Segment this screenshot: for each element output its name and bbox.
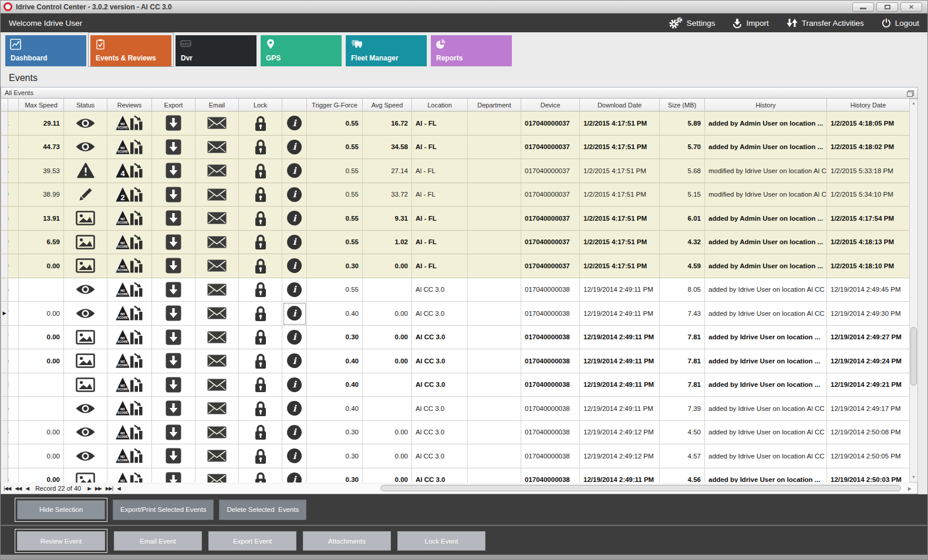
- cell-export[interactable]: [152, 326, 195, 350]
- close-button[interactable]: ×: [900, 2, 922, 12]
- table-row[interactable]: 4 39.53: [1, 159, 909, 183]
- tab-events-reviews[interactable]: Events & Reviews: [90, 35, 171, 66]
- cell-info[interactable]: i: [282, 373, 307, 397]
- cell-export[interactable]: [152, 183, 195, 207]
- table-row[interactable]: 2 29.11: [1, 112, 909, 136]
- column-header-trigger-g-force[interactable]: Trigger G-Force: [307, 99, 363, 112]
- column-header-max-speed[interactable]: Max Speed: [19, 99, 64, 112]
- scroll-up-icon[interactable]: ▲: [910, 101, 917, 105]
- cell-reviews[interactable]: NOSCORE: [107, 302, 152, 326]
- column-header-lock[interactable]: Lock: [239, 99, 282, 112]
- first-record-button[interactable]: |◀◀: [4, 485, 11, 491]
- column-header-blank[interactable]: [282, 99, 307, 112]
- cell-info[interactable]: i: [282, 136, 307, 160]
- cell-reviews[interactable]: NOSCORE: [107, 326, 152, 350]
- cell-email[interactable]: [195, 183, 239, 207]
- cell-info[interactable]: i: [282, 397, 307, 421]
- cell-reviews[interactable]: NOSCORE: [107, 254, 152, 278]
- cell-info[interactable]: i: [282, 421, 307, 445]
- cell-reviews[interactable]: NOSCORE: [107, 444, 152, 468]
- cell-export[interactable]: [152, 159, 195, 183]
- cell-export[interactable]: [152, 207, 195, 231]
- cell-email[interactable]: [195, 397, 239, 421]
- cell-export[interactable]: [152, 373, 195, 397]
- tab-reports[interactable]: Reports: [431, 35, 512, 66]
- column-header-location[interactable]: Location: [412, 99, 468, 112]
- cell-reviews[interactable]: NOSCORE: [107, 207, 152, 231]
- cell-reviews[interactable]: NOSCORE: [107, 397, 152, 421]
- export-event-button[interactable]: Export Event: [208, 531, 296, 551]
- cell-lock[interactable]: [239, 326, 282, 350]
- table-row[interactable]: 5: [1, 278, 909, 302]
- cell-lock[interactable]: [239, 231, 282, 255]
- cell-lock[interactable]: [239, 468, 282, 483]
- cell-lock[interactable]: [239, 254, 282, 278]
- table-row[interactable]: 7 0.00: [1, 326, 909, 350]
- minimize-button[interactable]: [852, 2, 874, 12]
- cell-export[interactable]: [152, 397, 195, 421]
- cell-reviews[interactable]: NOSCORE: [107, 278, 152, 302]
- delete-selected-button[interactable]: Delete Selected Events: [219, 500, 306, 520]
- cell-info[interactable]: i: [282, 159, 307, 183]
- cell-info[interactable]: i: [282, 444, 307, 468]
- column-header-history-date[interactable]: History Date: [827, 99, 910, 112]
- cell-email[interactable]: [195, 278, 239, 302]
- cell-reviews[interactable]: NOSCORE: [107, 468, 152, 483]
- cell-export[interactable]: [152, 278, 195, 302]
- cell-info[interactable]: i: [282, 231, 307, 255]
- next-record-button[interactable]: ▶: [87, 485, 91, 491]
- column-header-department[interactable]: Department: [468, 99, 521, 112]
- table-row[interactable]: 5 13.91: [1, 207, 909, 231]
- cell-reviews[interactable]: NOSCORE 2: [107, 183, 152, 207]
- table-row[interactable]: 5 0.00: [1, 468, 909, 483]
- cell-reviews[interactable]: NOSCORE: [107, 373, 152, 397]
- transfer-activities-menu-item[interactable]: Transfer Activities: [787, 18, 864, 28]
- cell-export[interactable]: [152, 136, 195, 160]
- lock-event-button[interactable]: Lock Event: [397, 531, 485, 551]
- cell-info[interactable]: i: [282, 468, 307, 483]
- cell-export[interactable]: [152, 254, 195, 278]
- table-row[interactable]: 5: [1, 397, 909, 421]
- cell-email[interactable]: [195, 373, 239, 397]
- cell-email[interactable]: [195, 421, 239, 445]
- table-row[interactable]: 9 38.99: [1, 183, 909, 207]
- cell-email[interactable]: [195, 254, 239, 278]
- cell-export[interactable]: [152, 349, 195, 373]
- cell-email[interactable]: [195, 326, 239, 350]
- tab-fleet-manager[interactable]: Fleet Manager: [346, 35, 427, 66]
- vertical-scrollbar[interactable]: ▲ ▼: [909, 99, 918, 483]
- cell-lock[interactable]: [239, 349, 282, 373]
- table-row[interactable]: 5 44.73: [1, 136, 909, 160]
- cell-export[interactable]: [152, 302, 195, 326]
- cell-lock[interactable]: [239, 159, 282, 183]
- maximize-button[interactable]: [876, 2, 898, 12]
- column-header-blank[interactable]: [1, 99, 8, 112]
- cell-export[interactable]: [152, 421, 195, 445]
- table-row[interactable]: 5 0.00: [1, 421, 909, 445]
- cell-reviews[interactable]: NOSCORE: [107, 112, 152, 136]
- cell-export[interactable]: [152, 231, 195, 255]
- cell-info[interactable]: i: [282, 207, 307, 231]
- column-header-email[interactable]: Email: [195, 99, 239, 112]
- cell-lock[interactable]: [239, 421, 282, 445]
- table-row[interactable]: 0 0.00: [1, 254, 909, 278]
- column-header-download-date[interactable]: Download Date: [580, 99, 660, 112]
- cell-info[interactable]: i: [282, 112, 307, 136]
- hscroll-left-icon[interactable]: ◀: [117, 485, 120, 491]
- cell-info[interactable]: i: [282, 278, 307, 302]
- cell-email[interactable]: [195, 302, 239, 326]
- column-header-export[interactable]: Export: [152, 99, 195, 112]
- cell-email[interactable]: [195, 231, 239, 255]
- cell-export[interactable]: [152, 112, 195, 136]
- cell-info[interactable]: i: [282, 326, 307, 350]
- settings-menu-item[interactable]: Settings: [669, 17, 716, 29]
- cell-email[interactable]: [195, 159, 239, 183]
- cell-lock[interactable]: [239, 397, 282, 421]
- cell-reviews[interactable]: NOSCORE: [107, 421, 152, 445]
- cell-email[interactable]: [195, 112, 239, 136]
- cell-export[interactable]: [152, 444, 195, 468]
- cell-email[interactable]: [195, 136, 239, 160]
- horizontal-scrollbar[interactable]: ▶: [128, 484, 915, 492]
- restore-panel-icon[interactable]: [908, 90, 914, 96]
- cell-info[interactable]: i: [282, 302, 307, 326]
